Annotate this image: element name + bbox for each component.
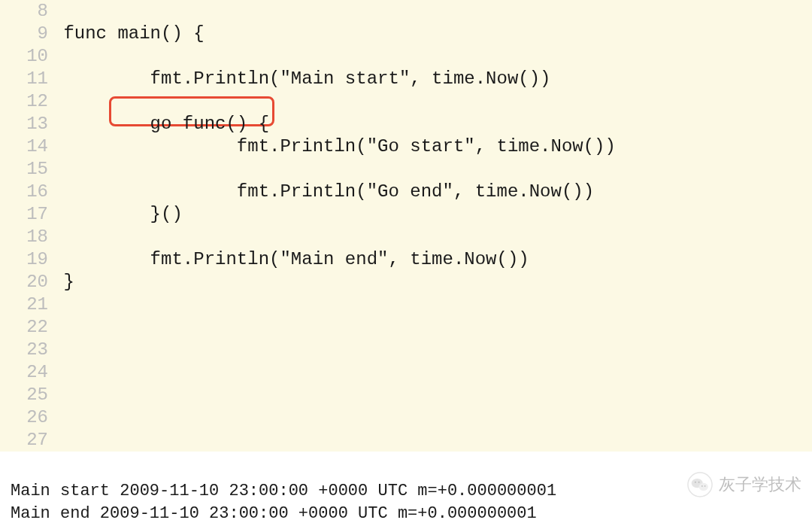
line-number: 13: [0, 113, 53, 135]
line-number: 20: [0, 271, 53, 293]
terminal-line: Main end 2009-11-10 23:00:00 +0000 UTC m…: [11, 503, 812, 520]
code-line[interactable]: 14 fmt.Println("Go start", time.Now()): [0, 135, 812, 158]
line-number: 15: [0, 158, 53, 181]
line-number: 25: [0, 384, 53, 406]
line-number: 14: [0, 135, 53, 158]
code-line[interactable]: 24: [0, 361, 812, 384]
code-line[interactable]: 26: [0, 406, 812, 429]
code-line[interactable]: 9 func main() {: [0, 23, 812, 45]
line-number: 24: [0, 361, 53, 384]
code-line[interactable]: 17 }(): [0, 203, 812, 226]
code-line[interactable]: 10: [0, 45, 812, 68]
line-number: 19: [0, 248, 53, 271]
code-text[interactable]: }(): [53, 203, 183, 226]
line-number: 23: [0, 339, 53, 361]
line-number: 12: [0, 90, 53, 113]
code-line[interactable]: 21: [0, 293, 812, 316]
code-text[interactable]: func main() {: [53, 23, 205, 45]
code-text[interactable]: fmt.Println("Main start", time.Now()): [53, 68, 551, 90]
code-text[interactable]: [53, 45, 63, 68]
code-text[interactable]: fmt.Println("Go start", time.Now()): [53, 135, 616, 158]
line-number: 21: [0, 293, 53, 316]
code-text[interactable]: }: [53, 271, 74, 293]
code-line[interactable]: 18: [0, 226, 812, 248]
code-line[interactable]: 16 fmt.Println("Go end", time.Now()): [0, 181, 812, 203]
code-line[interactable]: 20 }: [0, 271, 812, 293]
code-line[interactable]: 19 fmt.Println("Main end", time.Now()): [0, 248, 812, 271]
code-text[interactable]: fmt.Println("Go end", time.Now()): [53, 181, 594, 203]
code-text[interactable]: fmt.Println("Main end", time.Now()): [53, 248, 529, 271]
line-number: 9: [0, 23, 53, 45]
code-line[interactable]: 12: [0, 90, 812, 113]
code-line[interactable]: 13 go func() {: [0, 113, 812, 135]
code-line[interactable]: 25: [0, 384, 812, 406]
code-text[interactable]: [53, 293, 63, 316]
line-number: 22: [0, 316, 53, 339]
code-line[interactable]: 8: [0, 0, 812, 23]
code-line[interactable]: 22: [0, 316, 812, 339]
code-text[interactable]: [53, 0, 63, 23]
code-text[interactable]: [53, 429, 63, 452]
code-text[interactable]: go func() {: [53, 113, 269, 135]
line-number: 8: [0, 0, 53, 23]
line-number: 10: [0, 45, 53, 68]
code-line[interactable]: 15: [0, 158, 812, 181]
terminal-line: Main start 2009-11-10 23:00:00 +0000 UTC…: [11, 480, 812, 503]
code-text[interactable]: [53, 90, 63, 113]
code-line[interactable]: 11 fmt.Println("Main start", time.Now()): [0, 68, 812, 90]
line-number: 11: [0, 68, 53, 90]
code-editor[interactable]: 8 9 func main() {10 11 fmt.Println("Main…: [0, 0, 812, 452]
terminal-output: Main start 2009-11-10 23:00:00 +0000 UTC…: [0, 452, 812, 520]
code-line[interactable]: 23: [0, 339, 812, 361]
code-text[interactable]: [53, 226, 63, 248]
line-number: 18: [0, 226, 53, 248]
line-number: 17: [0, 203, 53, 226]
code-text[interactable]: [53, 339, 63, 361]
line-number: 16: [0, 181, 53, 203]
code-text[interactable]: [53, 361, 63, 384]
code-text[interactable]: [53, 406, 63, 429]
code-text[interactable]: [53, 384, 63, 406]
code-text[interactable]: [53, 316, 63, 339]
code-line[interactable]: 27: [0, 429, 812, 452]
code-text[interactable]: [53, 158, 63, 181]
line-number: 26: [0, 406, 53, 429]
line-number: 27: [0, 429, 53, 452]
